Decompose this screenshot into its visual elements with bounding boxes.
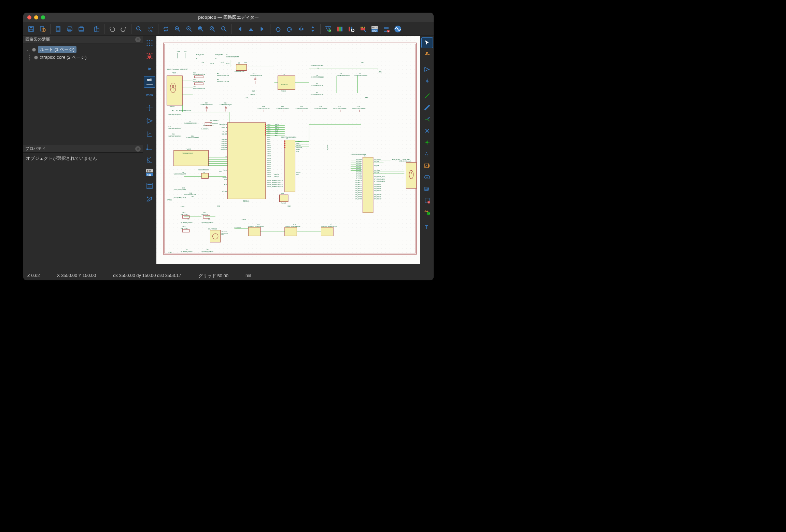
tree-root-item[interactable]: ⌄ ルート (1 ページ)	[25, 45, 141, 54]
add-sheet-icon[interactable]: +	[421, 195, 433, 206]
sync-pins-icon[interactable]: A⇄	[421, 207, 433, 218]
svg-text:RGBLED_SK6812MINI-E: RGBLED_SK6812MINI-E	[248, 225, 264, 227]
svg-text:0402WGF5603TCE: 0402WGF5603TCE	[217, 74, 229, 76]
add-symbol-icon[interactable]	[421, 64, 433, 75]
add-bus-entry-icon[interactable]	[421, 114, 433, 125]
add-hier-label-icon[interactable]: A⇄	[421, 183, 433, 194]
nav-back-icon[interactable]	[234, 24, 244, 34]
svg-text:VSYS: VSYS	[226, 63, 229, 65]
grid-lock-icon[interactable]	[144, 50, 155, 62]
zoom-out-icon[interactable]	[184, 24, 194, 34]
add-text-icon[interactable]: T	[421, 222, 433, 233]
add-netclass-icon[interactable]: A	[421, 160, 433, 171]
mirror-h-icon[interactable]	[296, 24, 306, 34]
svg-rect-1	[30, 27, 32, 28]
unit-mm-button[interactable]: mm	[144, 89, 155, 101]
svg-text:CL05B104KO5NNNC: CL05B104KO5NNNC	[295, 108, 308, 109]
bom-icon[interactable]	[381, 24, 391, 34]
add-label-icon[interactable]: A	[421, 149, 433, 159]
footprint-assign-icon[interactable]	[358, 24, 368, 34]
svg-text:GPIO19: GPIO19	[267, 164, 271, 165]
svg-text:0402WGF0272TCE: 0402WGF0272TCE	[169, 113, 181, 115]
axis-l-icon[interactable]	[144, 128, 155, 140]
svg-text:CL05B104KO5NNNC: CL05B104KO5NNNC	[354, 74, 367, 76]
schematic-canvas[interactable]: VBUS SHIELD USB_C_Receptacle_USB2.0_16P …	[156, 36, 420, 264]
erc-icon[interactable]	[323, 24, 333, 34]
cursor-full-icon[interactable]	[144, 102, 155, 114]
annotate-icon[interactable]: R??R42	[369, 24, 380, 34]
svg-text:SW_PUSH: SW_PUSH	[181, 227, 187, 229]
unit-in-button[interactable]: in	[144, 63, 155, 75]
add-global-label-icon[interactable]: A	[421, 172, 433, 183]
undo-icon[interactable]	[107, 24, 117, 34]
rotate-ccw-icon[interactable]	[273, 24, 283, 34]
unit-mil-button[interactable]: mil	[144, 76, 155, 88]
tree-expand-icon[interactable]: ⌄	[26, 48, 30, 52]
add-bus-icon[interactable]	[421, 102, 433, 113]
sheet-icon[interactable]	[144, 180, 155, 192]
tools-wrench-icon[interactable]	[144, 193, 155, 205]
svg-text:TESTEN: TESTEN	[222, 191, 227, 192]
tree-child-item[interactable]: xtrapico core (2 ページ)	[25, 54, 141, 61]
add-noconnect-icon[interactable]	[421, 125, 433, 136]
svg-text:XP_GPIO14: XP_GPIO14	[355, 188, 362, 190]
zoom-in-icon[interactable]	[172, 24, 183, 34]
svg-text:A⇄: A⇄	[425, 187, 429, 191]
properties-close-icon[interactable]: ✕	[135, 146, 141, 152]
nav-forward-icon[interactable]	[257, 24, 268, 34]
save-icon[interactable]	[26, 24, 36, 34]
page-settings-icon[interactable]	[38, 24, 48, 34]
sym-browser-icon[interactable]	[346, 24, 356, 34]
rotate-cw-icon[interactable]	[284, 24, 295, 34]
svg-text:+: +	[428, 201, 430, 204]
svg-rect-31	[349, 27, 350, 31]
zoom-object-icon[interactable]	[207, 24, 217, 34]
sym-editor-icon[interactable]	[335, 24, 345, 34]
minimize-window-button[interactable]	[34, 15, 38, 19]
mirror-v-icon[interactable]	[308, 24, 318, 34]
zoom-selection-icon[interactable]	[219, 24, 229, 34]
svg-text:NEOPIXIN: NEOPIXIN	[296, 147, 302, 149]
status-grid[interactable]: グリッド 50.00	[198, 273, 228, 279]
axis-k-icon[interactable]	[144, 154, 155, 166]
zoom-fit-icon[interactable]	[196, 24, 206, 34]
redo-icon[interactable]	[118, 24, 129, 34]
svg-text:GPIO26_ADC0: GPIO26_ADC0	[274, 180, 282, 181]
svg-text:XP_GPIO9: XP_GPIO9	[356, 178, 362, 179]
svg-text:GPIO18: GPIO18	[267, 162, 271, 163]
axis-corner-icon[interactable]	[144, 141, 155, 153]
print-icon[interactable]	[65, 24, 75, 34]
opamp-icon[interactable]	[144, 115, 155, 127]
page-icon[interactable]	[53, 24, 63, 34]
svg-rect-73	[167, 76, 182, 105]
svg-text:GPIO25: GPIO25	[267, 176, 271, 178]
simulator-icon[interactable]	[393, 24, 403, 34]
highlight-net-icon[interactable]	[421, 49, 433, 60]
add-power-icon[interactable]	[421, 75, 433, 86]
app-window: picopico — 回路図エディター A AB	[23, 13, 434, 280]
svg-text:D: D	[215, 57, 216, 59]
refresh-icon[interactable]	[161, 24, 171, 34]
select-icon[interactable]	[421, 37, 433, 48]
grid-dots-icon[interactable]	[144, 37, 155, 49]
add-junction-icon[interactable]	[421, 137, 433, 148]
add-wire-icon[interactable]	[421, 90, 433, 101]
close-window-button[interactable]	[27, 15, 31, 19]
svg-point-359	[427, 212, 430, 215]
annotate-ref-icon[interactable]: R??R42	[144, 167, 155, 179]
find-icon[interactable]: A	[134, 24, 144, 34]
svg-text:SWCLK: SWCLK	[223, 177, 227, 178]
svg-point-47	[147, 43, 148, 44]
status-unit[interactable]: mil	[245, 273, 251, 279]
nav-up-icon[interactable]	[246, 24, 256, 34]
svg-rect-109	[278, 76, 295, 90]
svg-rect-15	[96, 28, 99, 32]
svg-text:A: A	[148, 26, 150, 30]
svg-text:XP_GPIO16: XP_GPIO16	[355, 192, 362, 194]
hierarchy-close-icon[interactable]: ✕	[135, 37, 141, 42]
svg-text:GPIO25: GPIO25	[167, 199, 172, 201]
find-replace-icon[interactable]: AB	[145, 24, 156, 34]
maximize-window-button[interactable]	[41, 15, 45, 19]
plot-icon[interactable]	[76, 24, 86, 34]
paste-icon[interactable]	[92, 24, 102, 34]
